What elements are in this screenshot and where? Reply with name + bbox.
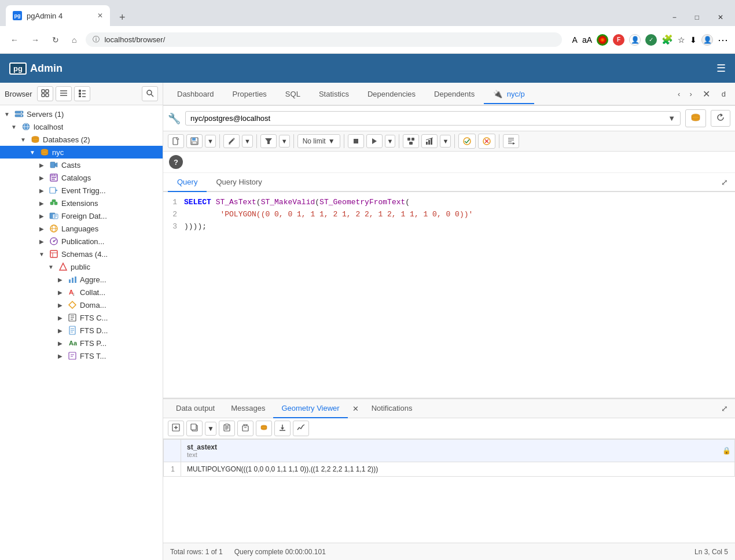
filter-dropdown-button[interactable]: ▼ — [279, 135, 290, 148]
tab-statistics[interactable]: Statistics — [310, 85, 358, 104]
tab-dependencies[interactable]: Dependencies — [358, 85, 425, 104]
editor-expand-button[interactable]: ⤢ — [719, 175, 730, 189]
close-window-button[interactable]: ✕ — [708, 9, 733, 26]
sidebar-search-btn[interactable] — [142, 86, 158, 101]
new-file-button[interactable] — [168, 134, 184, 148]
home-button[interactable]: ⌂ — [68, 33, 80, 47]
extension1-icon[interactable]: F — [613, 34, 624, 46]
explain-dropdown-button[interactable]: ▼ — [440, 135, 451, 148]
results-geometry-viewer-tab[interactable]: Geometry Viewer — [273, 399, 347, 418]
query-history-tab[interactable]: Query History — [207, 173, 271, 192]
tree-item-collations[interactable]: ▶ A↓ Collat... — [0, 286, 163, 299]
filter-button[interactable] — [260, 134, 277, 148]
save-dropdown-button[interactable]: ▼ — [205, 135, 216, 148]
menu-dots-icon[interactable]: ⋯ — [718, 34, 728, 46]
tab-query-tool[interactable]: 🔌 nyc/p — [484, 85, 534, 104]
limit-select[interactable]: No limit ▼ — [297, 134, 340, 148]
chart-button[interactable] — [293, 421, 309, 436]
tree-item-publications[interactable]: ▶ Publication... — [0, 235, 163, 248]
tree-item-localhost[interactable]: ▼ localhost — [0, 120, 163, 133]
tab-close-button[interactable]: ✕ — [698, 86, 715, 102]
tree-item-casts[interactable]: ▶ Casts — [0, 159, 163, 171]
delete-row-button[interactable] — [237, 421, 253, 436]
tree-item-event-triggers[interactable]: ▶ Event Trigg... — [0, 184, 163, 197]
sidebar-object-btn[interactable] — [37, 86, 53, 101]
tab-properties[interactable]: Properties — [223, 85, 276, 104]
extension2-icon[interactable]: 👤 — [629, 34, 641, 46]
minimize-button[interactable]: − — [663, 9, 686, 26]
run-dropdown-button[interactable]: ▼ — [385, 135, 396, 148]
tree-item-aggregates[interactable]: ▶ Aggre... — [0, 273, 163, 286]
explain-analyze-button[interactable] — [421, 134, 438, 148]
query-tab[interactable]: Query — [168, 173, 207, 192]
tab-next-button[interactable]: › — [686, 87, 695, 101]
explain-button[interactable] — [403, 134, 419, 148]
edit-dropdown-button[interactable]: ▼ — [242, 135, 253, 148]
tree-item-fts-dict[interactable]: ▶ FTS D... — [0, 324, 163, 337]
sidebar-list-btn[interactable] — [74, 86, 90, 101]
extension3-icon[interactable]: ✓ — [645, 34, 657, 46]
row-value-cell[interactable]: MULTIPOLYGON(((1 0,0 0,0 1,1 1,1 0)),((1… — [181, 462, 735, 477]
aggregates-expand-icon: ▶ — [56, 277, 65, 283]
help-button[interactable]: ? — [169, 155, 183, 169]
tree-item-fts-parser[interactable]: ▶ Aa FTS P... — [0, 337, 163, 349]
maximize-button[interactable]: □ — [686, 9, 708, 26]
tree-item-domains[interactable]: ▶ Doma... — [0, 299, 163, 311]
tab-dependents[interactable]: Dependents — [425, 85, 484, 104]
code-editor[interactable]: 1 SELECT ST_AsText(ST_MakeValid(ST_Geome… — [163, 192, 735, 398]
save-button[interactable] — [186, 134, 203, 148]
translate-icon[interactable]: A — [572, 35, 578, 45]
back-button[interactable]: ← — [7, 33, 22, 47]
tree-item-nyc[interactable]: ▼ nyc — [0, 146, 163, 159]
copy-dropdown-button[interactable]: ▼ — [205, 422, 216, 436]
tab-prev-button[interactable]: ‹ — [674, 87, 683, 101]
tree-item-extensions[interactable]: ▶ Extensions — [0, 197, 163, 209]
results-data-output-tab[interactable]: Data output — [168, 399, 223, 418]
tree-item-servers[interactable]: ▼ Servers (1) — [0, 108, 163, 120]
connection-select[interactable]: nyc/postgres@localhost ▼ — [185, 111, 681, 126]
geometry-viewer-close-button[interactable]: ✕ — [348, 402, 363, 415]
tree-item-catalogs[interactable]: ▶ Catalogs — [0, 171, 163, 184]
refresh-button[interactable]: ↻ — [49, 33, 63, 47]
edit-button[interactable] — [223, 134, 240, 148]
active-tab[interactable]: pg pgAdmin 4 ✕ — [6, 5, 110, 26]
tree-item-schemas[interactable]: ▼ Schemas (4... — [0, 248, 163, 260]
tree-item-languages[interactable]: ▶ Languages — [0, 222, 163, 235]
results-messages-tab[interactable]: Messages — [223, 399, 273, 418]
tab-dashboard[interactable]: Dashboard — [168, 85, 223, 104]
macro-button[interactable] — [503, 134, 519, 148]
favorites-icon[interactable]: ☆ — [678, 35, 685, 45]
save-data-button[interactable] — [256, 421, 272, 436]
forward-button[interactable]: → — [28, 33, 43, 47]
tab-sql[interactable]: SQL — [276, 85, 310, 104]
read-mode-icon[interactable]: aA — [582, 35, 592, 45]
tree-item-fts-template[interactable]: ▶ FTS T... — [0, 349, 163, 362]
profile-icon[interactable] — [597, 34, 608, 46]
account-icon[interactable]: 👤 — [701, 34, 713, 46]
rollback-button[interactable] — [478, 134, 495, 149]
tab-close-button[interactable]: ✕ — [97, 12, 103, 20]
domains-icon — [67, 300, 78, 310]
url-box[interactable]: ⓘ localhost/browser/ — [86, 32, 561, 47]
new-tab-button[interactable]: + — [115, 9, 130, 26]
publications-label: Publication... — [61, 237, 104, 246]
sidebar-grid-btn[interactable] — [56, 86, 72, 101]
tree-item-public[interactable]: ▼ public — [0, 260, 163, 273]
copy-button[interactable] — [186, 421, 203, 436]
puzzle-icon[interactable]: 🧩 — [662, 34, 673, 45]
tree-item-fts-config[interactable]: ▶ FTS C... — [0, 311, 163, 324]
stop-button[interactable] — [348, 134, 364, 148]
paste-button[interactable] — [219, 421, 235, 436]
tree-item-databases[interactable]: ▼ Databases (2) — [0, 133, 163, 146]
download-button[interactable] — [274, 421, 291, 436]
add-row-button[interactable] — [168, 421, 184, 436]
run-button[interactable] — [366, 134, 383, 148]
connection-db-button[interactable] — [685, 109, 706, 127]
hamburger-menu-icon[interactable]: ☰ — [716, 62, 726, 75]
results-notifications-tab[interactable]: Notifications — [363, 399, 421, 418]
downloads-icon[interactable]: ⬇ — [690, 35, 697, 45]
refresh-connection-button[interactable] — [711, 110, 730, 127]
tree-item-foreign-data[interactable]: ▶ Foreign Dat... — [0, 209, 163, 222]
commit-button[interactable] — [458, 134, 476, 149]
results-expand-button[interactable]: ⤢ — [719, 401, 730, 415]
